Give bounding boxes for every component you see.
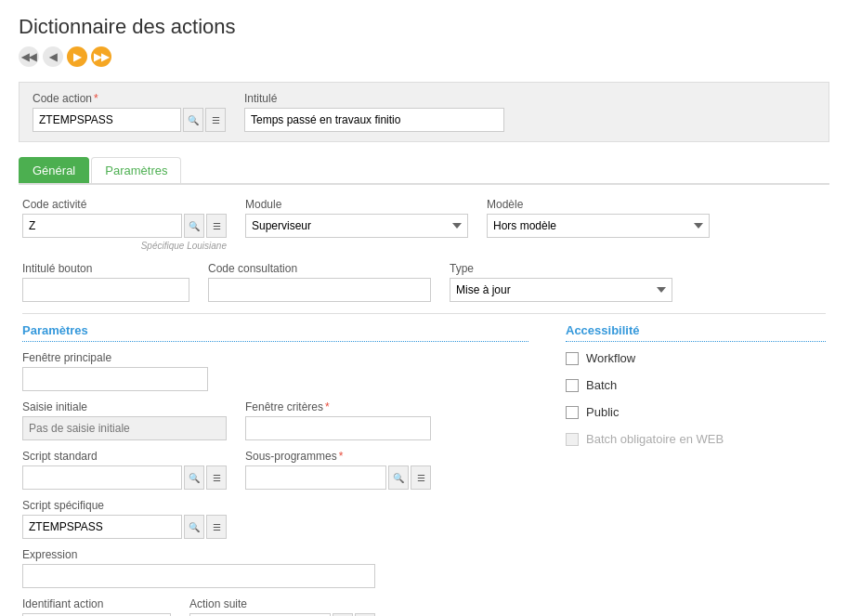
fenetre-criteres-label: Fenêtre critères* <box>245 400 431 413</box>
script-specifique-col: Script spécifique 🔍 ☰ <box>22 499 227 539</box>
nav-next-last-button[interactable]: ▶▶ <box>91 46 111 67</box>
nav-buttons: ◀◀ ◀ ▶ ▶▶ <box>19 46 829 67</box>
module-label: Module <box>245 198 468 211</box>
intitule-input[interactable] <box>244 108 504 132</box>
fenetre-principale-input[interactable] <box>22 367 208 391</box>
modele-col: Modèle Hors modèle <box>487 198 710 238</box>
intitule-bouton-label: Intitulé bouton <box>22 262 189 275</box>
sous-programmes-input[interactable] <box>245 465 386 490</box>
script-specifique-search-button[interactable]: 🔍 <box>184 515 204 539</box>
script-specifique-input-group: 🔍 ☰ <box>22 515 227 539</box>
type-select[interactable]: Mise à jour <box>450 278 672 302</box>
nav-next-button[interactable]: ▶ <box>67 46 87 67</box>
fenetre-criteres-input[interactable] <box>245 416 431 440</box>
saisie-initiale-input[interactable] <box>22 416 227 440</box>
batch-label: Batch <box>586 378 617 392</box>
fenetre-criteres-col: Fenêtre critères* <box>245 400 431 440</box>
expression-input[interactable] <box>22 564 375 588</box>
sous-programmes-list-button[interactable]: ☰ <box>411 465 431 490</box>
action-suite-label: Action suite <box>189 597 375 610</box>
code-activite-input-group: 🔍 ☰ <box>22 214 227 238</box>
public-label: Public <box>586 405 619 419</box>
action-suite-col: Action suite 🔍 ☰ <box>189 597 375 616</box>
workflow-row: Workflow <box>566 351 826 365</box>
script-standard-search-button[interactable]: 🔍 <box>184 465 204 490</box>
saisie-initiale-col: Saisie initiale <box>22 400 227 440</box>
code-consultation-col: Code consultation <box>208 262 431 302</box>
row-scripts: Script standard 🔍 ☰ Sous-programmes* <box>22 450 528 490</box>
code-action-input[interactable] <box>33 108 181 132</box>
code-consultation-input[interactable] <box>208 278 431 302</box>
workflow-checkbox[interactable] <box>566 352 579 365</box>
fenetre-principale-col: Fenêtre principale <box>22 351 208 391</box>
script-specifique-input[interactable] <box>22 515 182 539</box>
intitule-group: Intitulé <box>244 92 504 132</box>
sous-programmes-search-button[interactable]: 🔍 <box>388 465 409 490</box>
modele-label: Modèle <box>487 198 710 211</box>
row-activite-module-modele: Code activité 🔍 ☰ Spécifique Louisiane M… <box>22 198 826 251</box>
form-body: Code activité 🔍 ☰ Spécifique Louisiane M… <box>19 198 829 616</box>
script-standard-col: Script standard 🔍 ☰ <box>22 450 227 490</box>
script-standard-input[interactable] <box>22 465 182 490</box>
code-activite-list-button[interactable]: ☰ <box>206 214 227 238</box>
batch-checkbox[interactable] <box>566 379 579 392</box>
identifiant-action-col: Identifiant action <box>22 597 171 616</box>
row-identifiant-action: Identifiant action Action suite 🔍 ☰ <box>22 597 528 616</box>
code-activite-col: Code activité 🔍 ☰ Spécifique Louisiane <box>22 198 227 251</box>
workflow-label: Workflow <box>586 351 635 365</box>
script-specifique-list-button[interactable]: ☰ <box>206 515 227 539</box>
batch-web-checkbox[interactable] <box>566 433 579 446</box>
intitule-label: Intitulé <box>244 92 504 105</box>
sous-programmes-col: Sous-programmes* 🔍 ☰ <box>245 450 431 490</box>
saisie-initiale-label: Saisie initiale <box>22 400 227 413</box>
code-activite-label: Code activité <box>22 198 227 211</box>
script-standard-input-group: 🔍 ☰ <box>22 465 227 490</box>
public-checkbox[interactable] <box>566 406 579 419</box>
code-action-list-button[interactable]: ☰ <box>205 108 226 132</box>
params-access-section: Paramètres Fenêtre principale Saisie ini… <box>22 323 826 616</box>
code-activite-input[interactable] <box>22 214 182 238</box>
code-action-group: Code action* 🔍 ☰ <box>33 92 226 132</box>
nav-prev-button[interactable]: ◀ <box>43 46 63 67</box>
code-consultation-label: Code consultation <box>208 262 431 275</box>
module-select[interactable]: Superviseur <box>245 214 468 238</box>
script-standard-list-button[interactable]: ☰ <box>206 465 227 490</box>
sous-programmes-label: Sous-programmes* <box>245 450 431 463</box>
batch-web-label: Batch obligatoire en WEB <box>586 432 724 446</box>
sous-programmes-input-group: 🔍 ☰ <box>245 465 431 490</box>
identifiant-action-label: Identifiant action <box>22 597 171 610</box>
type-label: Type <box>450 262 672 275</box>
code-activite-hint: Spécifique Louisiane <box>22 241 227 251</box>
code-action-input-group: 🔍 ☰ <box>33 108 226 132</box>
code-activite-search-button[interactable]: 🔍 <box>184 214 204 238</box>
section-divider-hr <box>22 313 826 314</box>
script-standard-label: Script standard <box>22 450 227 463</box>
modele-select[interactable]: Hors modèle <box>487 214 710 238</box>
header-section: Code action* 🔍 ☰ Intitulé <box>19 82 829 142</box>
row-intitule-code-type: Intitulé bouton Code consultation Type M… <box>22 262 826 302</box>
row-saisie-fenetre: Saisie initiale Fenêtre critères* <box>22 400 528 440</box>
parametres-title: Paramètres <box>22 323 528 342</box>
accessibilite-title: Accessibilité <box>566 323 826 342</box>
public-row: Public <box>566 405 826 419</box>
nav-prev-first-button[interactable]: ◀◀ <box>19 46 39 67</box>
code-action-search-button[interactable]: 🔍 <box>183 108 203 132</box>
type-col: Type Mise à jour <box>450 262 672 302</box>
expression-col: Expression <box>22 548 375 588</box>
accessibilite-section: Accessibilité Workflow Batch Public <box>566 323 826 616</box>
batch-row: Batch <box>566 378 826 392</box>
tab-general[interactable]: Général <box>19 157 89 183</box>
batch-web-row: Batch obligatoire en WEB <box>566 432 826 446</box>
expression-label: Expression <box>22 548 375 561</box>
code-action-label: Code action* <box>33 92 226 105</box>
page-title: Dictionnaire des actions <box>19 15 829 39</box>
parametres-section: Paramètres Fenêtre principale Saisie ini… <box>22 323 528 616</box>
tabs: Général Paramètres <box>19 157 829 185</box>
script-specifique-label: Script spécifique <box>22 499 227 512</box>
intitule-bouton-input[interactable] <box>22 278 189 302</box>
tab-parametres[interactable]: Paramètres <box>91 157 181 183</box>
intitule-bouton-col: Intitulé bouton <box>22 262 189 302</box>
module-col: Module Superviseur <box>245 198 468 238</box>
fenetre-principale-label: Fenêtre principale <box>22 351 208 364</box>
